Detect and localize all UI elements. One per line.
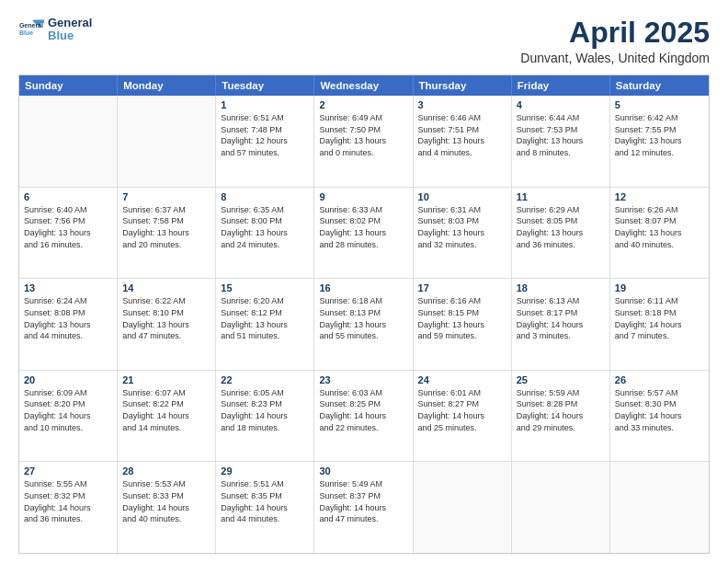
calendar-header: SundayMondayTuesdayWednesdayThursdayFrid… bbox=[19, 75, 709, 96]
cell-details: Sunrise: 6:03 AMSunset: 8:25 PMDaylight:… bbox=[319, 387, 407, 433]
svg-text:Blue: Blue bbox=[19, 29, 33, 36]
day-number: 1 bbox=[221, 99, 309, 110]
calendar-cell bbox=[610, 462, 709, 553]
cell-details: Sunrise: 6:13 AMSunset: 8:17 PMDaylight:… bbox=[517, 295, 605, 341]
day-number: 16 bbox=[319, 282, 407, 293]
day-number: 29 bbox=[221, 465, 309, 477]
logo-text-blue: Blue bbox=[48, 29, 92, 42]
day-number: 28 bbox=[122, 465, 210, 477]
page: General Blue General Blue April 2025 Dun… bbox=[0, 0, 728, 563]
cell-details: Sunrise: 6:16 AMSunset: 8:15 PMDaylight:… bbox=[418, 295, 506, 341]
day-of-week-header: Friday bbox=[512, 75, 610, 96]
day-of-week-header: Tuesday bbox=[216, 75, 314, 96]
day-number: 15 bbox=[221, 282, 309, 293]
calendar-cell: 30Sunrise: 5:49 AMSunset: 8:37 PMDayligh… bbox=[314, 462, 413, 553]
calendar-cell bbox=[512, 462, 610, 553]
cell-details: Sunrise: 6:09 AMSunset: 8:20 PMDaylight:… bbox=[24, 387, 112, 433]
calendar-row: 27Sunrise: 5:55 AMSunset: 8:32 PMDayligh… bbox=[19, 462, 709, 553]
day-number: 6 bbox=[24, 191, 112, 202]
day-number: 8 bbox=[221, 191, 309, 202]
day-number: 22 bbox=[221, 374, 309, 385]
cell-details: Sunrise: 6:26 AMSunset: 8:07 PMDaylight:… bbox=[615, 204, 704, 250]
calendar-cell: 4Sunrise: 6:44 AMSunset: 7:53 PMDaylight… bbox=[512, 96, 610, 187]
day-number: 25 bbox=[517, 374, 605, 385]
cell-details: Sunrise: 6:24 AMSunset: 8:08 PMDaylight:… bbox=[24, 295, 112, 341]
calendar-cell: 13Sunrise: 6:24 AMSunset: 8:08 PMDayligh… bbox=[19, 279, 118, 370]
cell-details: Sunrise: 6:20 AMSunset: 8:12 PMDaylight:… bbox=[221, 295, 309, 341]
day-of-week-header: Saturday bbox=[610, 75, 709, 96]
svg-text:General: General bbox=[19, 23, 43, 29]
cell-details: Sunrise: 5:57 AMSunset: 8:30 PMDaylight:… bbox=[615, 387, 704, 433]
cell-details: Sunrise: 6:05 AMSunset: 8:23 PMDaylight:… bbox=[221, 387, 309, 433]
calendar-cell: 25Sunrise: 5:59 AMSunset: 8:28 PMDayligh… bbox=[512, 371, 610, 462]
calendar-cell: 1Sunrise: 6:51 AMSunset: 7:48 PMDaylight… bbox=[216, 96, 314, 187]
calendar-cell: 5Sunrise: 6:42 AMSunset: 7:55 PMDaylight… bbox=[610, 96, 709, 187]
calendar-cell: 26Sunrise: 5:57 AMSunset: 8:30 PMDayligh… bbox=[610, 371, 709, 462]
calendar-row: 1Sunrise: 6:51 AMSunset: 7:48 PMDaylight… bbox=[19, 96, 709, 188]
logo: General Blue General Blue bbox=[18, 17, 92, 43]
calendar-cell: 3Sunrise: 6:46 AMSunset: 7:51 PMDaylight… bbox=[414, 96, 512, 187]
calendar-cell: 17Sunrise: 6:16 AMSunset: 8:15 PMDayligh… bbox=[414, 279, 512, 370]
calendar-cell: 12Sunrise: 6:26 AMSunset: 8:07 PMDayligh… bbox=[610, 188, 709, 279]
calendar-cell: 22Sunrise: 6:05 AMSunset: 8:23 PMDayligh… bbox=[216, 371, 314, 462]
cell-details: Sunrise: 5:53 AMSunset: 8:33 PMDaylight:… bbox=[122, 478, 210, 524]
day-number: 26 bbox=[615, 374, 704, 385]
cell-details: Sunrise: 6:42 AMSunset: 7:55 PMDaylight:… bbox=[615, 112, 704, 158]
cell-details: Sunrise: 6:33 AMSunset: 8:02 PMDaylight:… bbox=[319, 204, 407, 250]
day-number: 18 bbox=[517, 282, 605, 293]
calendar-cell: 19Sunrise: 6:11 AMSunset: 8:18 PMDayligh… bbox=[610, 279, 709, 370]
calendar-cell: 11Sunrise: 6:29 AMSunset: 8:05 PMDayligh… bbox=[512, 188, 610, 279]
cell-details: Sunrise: 5:51 AMSunset: 8:35 PMDaylight:… bbox=[221, 478, 309, 524]
day-number: 17 bbox=[418, 282, 506, 293]
day-number: 4 bbox=[517, 99, 605, 110]
cell-details: Sunrise: 6:01 AMSunset: 8:27 PMDaylight:… bbox=[418, 387, 506, 433]
calendar-row: 6Sunrise: 6:40 AMSunset: 7:56 PMDaylight… bbox=[19, 188, 709, 280]
day-number: 5 bbox=[615, 99, 704, 110]
cell-details: Sunrise: 5:55 AMSunset: 8:32 PMDaylight:… bbox=[24, 478, 112, 524]
day-number: 10 bbox=[418, 191, 506, 202]
cell-details: Sunrise: 6:29 AMSunset: 8:05 PMDaylight:… bbox=[517, 204, 605, 250]
day-number: 19 bbox=[615, 282, 704, 293]
day-number: 9 bbox=[319, 191, 407, 202]
cell-details: Sunrise: 6:31 AMSunset: 8:03 PMDaylight:… bbox=[418, 204, 506, 250]
day-number: 12 bbox=[615, 191, 704, 202]
calendar-row: 13Sunrise: 6:24 AMSunset: 8:08 PMDayligh… bbox=[19, 279, 709, 371]
calendar-cell bbox=[19, 96, 118, 187]
cell-details: Sunrise: 6:46 AMSunset: 7:51 PMDaylight:… bbox=[418, 112, 506, 158]
calendar-cell bbox=[118, 96, 216, 187]
day-number: 27 bbox=[24, 465, 112, 477]
calendar-cell: 28Sunrise: 5:53 AMSunset: 8:33 PMDayligh… bbox=[118, 462, 216, 553]
cell-details: Sunrise: 5:59 AMSunset: 8:28 PMDaylight:… bbox=[517, 387, 605, 433]
calendar-cell bbox=[414, 462, 512, 553]
day-number: 23 bbox=[319, 374, 407, 385]
day-number: 11 bbox=[517, 191, 605, 202]
calendar-cell: 8Sunrise: 6:35 AMSunset: 8:00 PMDaylight… bbox=[216, 188, 314, 279]
calendar-body: 1Sunrise: 6:51 AMSunset: 7:48 PMDaylight… bbox=[19, 96, 709, 553]
cell-details: Sunrise: 6:49 AMSunset: 7:50 PMDaylight:… bbox=[319, 112, 407, 158]
day-number: 24 bbox=[418, 374, 506, 385]
cell-details: Sunrise: 6:51 AMSunset: 7:48 PMDaylight:… bbox=[221, 112, 309, 158]
calendar-cell: 2Sunrise: 6:49 AMSunset: 7:50 PMDaylight… bbox=[314, 96, 413, 187]
main-title: April 2025 bbox=[520, 17, 710, 49]
calendar-cell: 7Sunrise: 6:37 AMSunset: 7:58 PMDaylight… bbox=[118, 188, 216, 279]
calendar-cell: 27Sunrise: 5:55 AMSunset: 8:32 PMDayligh… bbox=[19, 462, 118, 553]
day-number: 30 bbox=[319, 465, 407, 477]
logo-icon: General Blue bbox=[18, 17, 44, 42]
calendar-cell: 16Sunrise: 6:18 AMSunset: 8:13 PMDayligh… bbox=[314, 279, 413, 370]
cell-details: Sunrise: 6:37 AMSunset: 7:58 PMDaylight:… bbox=[122, 204, 210, 250]
calendar-cell: 15Sunrise: 6:20 AMSunset: 8:12 PMDayligh… bbox=[216, 279, 314, 370]
day-of-week-header: Wednesday bbox=[314, 75, 413, 96]
day-of-week-header: Sunday bbox=[19, 75, 118, 96]
calendar-cell: 6Sunrise: 6:40 AMSunset: 7:56 PMDaylight… bbox=[19, 188, 118, 279]
day-number: 7 bbox=[122, 191, 210, 202]
header: General Blue General Blue April 2025 Dun… bbox=[18, 17, 710, 65]
calendar: SundayMondayTuesdayWednesdayThursdayFrid… bbox=[18, 75, 710, 554]
cell-details: Sunrise: 6:35 AMSunset: 8:00 PMDaylight:… bbox=[221, 204, 309, 250]
calendar-cell: 20Sunrise: 6:09 AMSunset: 8:20 PMDayligh… bbox=[19, 371, 118, 462]
day-number: 3 bbox=[418, 99, 506, 110]
day-number: 2 bbox=[319, 99, 407, 110]
cell-details: Sunrise: 6:44 AMSunset: 7:53 PMDaylight:… bbox=[517, 112, 605, 158]
day-number: 14 bbox=[122, 282, 210, 293]
title-block: April 2025 Dunvant, Wales, United Kingdo… bbox=[520, 17, 710, 65]
day-number: 21 bbox=[122, 374, 210, 385]
